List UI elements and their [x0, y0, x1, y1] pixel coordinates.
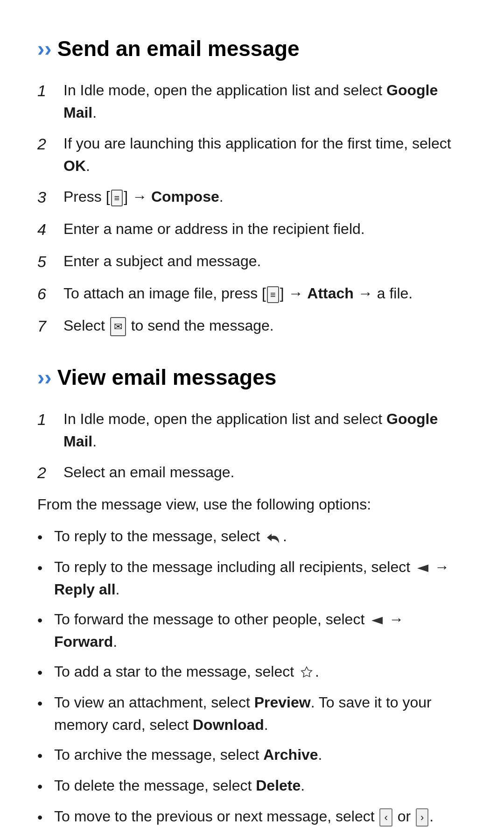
list-item-delete: • To delete the message, select Delete.: [37, 774, 467, 798]
step-number-2: 2: [37, 132, 55, 156]
step-send-5: 5 Enter a subject and message.: [37, 250, 467, 274]
step-number-6: 6: [37, 282, 55, 306]
svg-marker-1: [371, 617, 383, 624]
chevron-icon-send: ››: [37, 33, 52, 65]
reply-icon: [265, 531, 282, 544]
step-view-2: 2 Select an email message.: [37, 461, 467, 485]
step-send-6: 6 To attach an image file, press [≡] → A…: [37, 282, 467, 306]
bullet-content-8: To move to the previous or next message,…: [54, 805, 467, 827]
step-text-send-2: If you are launching this application fo…: [63, 132, 467, 177]
section-heading-send: ›› Send an email message: [37, 33, 467, 65]
list-item-star: • To add a star to the message, select .: [37, 660, 467, 684]
bullet-dot-2: •: [37, 557, 47, 579]
bullet-content-7: To delete the message, select Delete.: [54, 774, 467, 797]
bullet-dot-5: •: [37, 692, 47, 714]
step-send-3: 3 Press [≡] → Compose.: [37, 185, 467, 209]
menu-icon-2: ≡: [267, 286, 279, 303]
list-item-archive: • To archive the message, select Archive…: [37, 743, 467, 767]
svg-marker-0: [417, 565, 428, 572]
step-number-5: 5: [37, 250, 55, 274]
chevron-icon-view: ››: [37, 361, 52, 394]
page-content: ›› Send an email message 1 In Idle mode,…: [37, 33, 467, 827]
bullet-content-5: To view an attachment, select Preview. T…: [54, 691, 467, 736]
step-text-send-4: Enter a name or address in the recipient…: [63, 218, 365, 240]
bullet-content-2: To reply to the message including all re…: [54, 556, 467, 601]
step-text-send-7: Select ✉ to send the message.: [63, 314, 274, 337]
step-view-1: 1 In Idle mode, open the application lis…: [37, 408, 467, 452]
step-view-number-2: 2: [37, 461, 55, 485]
list-item-reply: • To reply to the message, select .: [37, 525, 467, 548]
bullet-dot-7: •: [37, 775, 47, 798]
step-send-4: 4 Enter a name or address in the recipie…: [37, 218, 467, 241]
list-item-forward: • To forward the message to other people…: [37, 608, 467, 653]
section-title-view: View email messages: [57, 361, 277, 394]
bullet-content-6: To archive the message, select Archive.: [54, 743, 467, 766]
section-view-email: ›› View email messages 1 In Idle mode, o…: [37, 361, 467, 827]
list-item-reply-all: • To reply to the message including all …: [37, 556, 467, 601]
arrow-left-icon-2: [370, 614, 384, 627]
bullet-dot-8: •: [37, 806, 47, 827]
step-send-1: 1 In Idle mode, open the application lis…: [37, 79, 467, 124]
section-send-email: ›› Send an email message 1 In Idle mode,…: [37, 33, 467, 338]
bullet-dot-3: •: [37, 609, 47, 631]
step-text-send-3: Press [≡] → Compose.: [63, 185, 224, 208]
list-item-navigate: • To move to the previous or next messag…: [37, 805, 467, 827]
step-number-1: 1: [37, 79, 55, 103]
step-text-send-1: In Idle mode, open the application list …: [63, 79, 467, 124]
bullet-dot-6: •: [37, 744, 47, 767]
nav-prev-button: ‹: [379, 808, 392, 827]
section-title-send: Send an email message: [57, 33, 300, 65]
bullet-content-3: To forward the message to other people, …: [54, 608, 467, 653]
step-number-4: 4: [37, 218, 55, 241]
step-view-number-1: 1: [37, 408, 55, 431]
nav-next-button: ›: [416, 808, 428, 827]
step-send-7: 7 Select ✉ to send the message.: [37, 314, 467, 338]
bullet-dot-4: •: [37, 661, 47, 684]
step-text-view-1: In Idle mode, open the application list …: [63, 408, 467, 452]
step-text-view-2: Select an email message.: [63, 461, 234, 483]
step-text-send-5: Enter a subject and message.: [63, 250, 261, 272]
star-icon: [299, 666, 314, 680]
list-item-attachment: • To view an attachment, select Preview.…: [37, 691, 467, 736]
bullet-dot-1: •: [37, 526, 47, 548]
bullet-content-1: To reply to the message, select .: [54, 525, 467, 547]
bullet-content-4: To add a star to the message, select .: [54, 660, 467, 683]
menu-icon-1: ≡: [111, 190, 123, 206]
step-number-7: 7: [37, 314, 55, 338]
step-send-2: 2 If you are launching this application …: [37, 132, 467, 177]
step-text-send-6: To attach an image file, press [≡] → Att…: [63, 282, 413, 304]
options-list: • To reply to the message, select . • To…: [37, 525, 467, 827]
from-text: From the message view, use the following…: [37, 493, 467, 516]
send-message-icon: ✉: [110, 317, 126, 336]
arrow-left-icon-1: [415, 562, 429, 575]
section-heading-view: ›› View email messages: [37, 361, 467, 394]
step-number-3: 3: [37, 185, 55, 209]
